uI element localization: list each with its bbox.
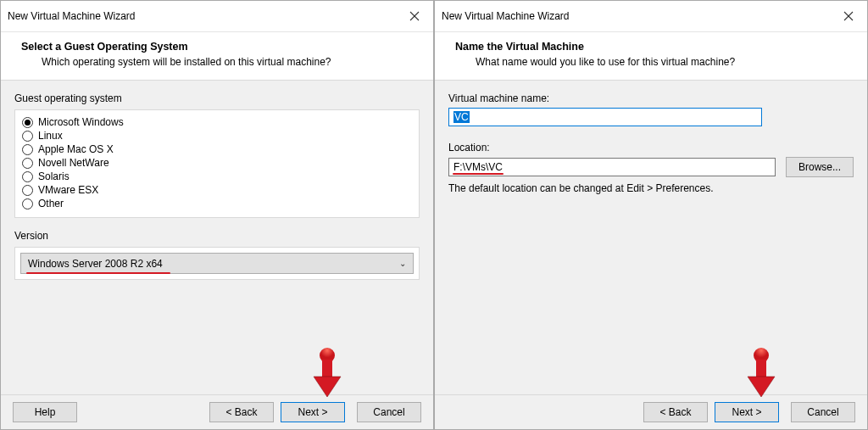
content-area: Virtual machine name: VC Location: F:\VM… — [435, 81, 867, 394]
step-title: Name the Virtual Machine — [455, 41, 850, 53]
step-title: Select a Guest Operating System — [21, 41, 416, 53]
content-area: Guest operating system Microsoft Windows… — [1, 81, 433, 394]
location-value: F:\VMs\VC — [453, 161, 503, 173]
next-button[interactable]: Next > — [281, 402, 345, 422]
radio-netware[interactable]: Novell NetWare — [22, 156, 412, 170]
back-button[interactable]: < Back — [643, 402, 708, 422]
radio-macosx[interactable]: Apple Mac OS X — [22, 142, 412, 156]
browse-button[interactable]: Browse... — [786, 157, 854, 177]
radio-label: Other — [38, 198, 64, 209]
radio-label: Linux — [38, 130, 63, 142]
close-icon — [409, 11, 420, 21]
vm-name-input[interactable]: VC — [448, 108, 762, 126]
version-label: Version — [14, 230, 420, 242]
cancel-button[interactable]: Cancel — [357, 402, 421, 422]
radio-label: Solaris — [38, 170, 70, 182]
wizard-right: New Virtual Machine Wizard Name the Virt… — [434, 0, 868, 430]
next-button[interactable]: Next > — [715, 402, 779, 422]
window-title: New Virtual Machine Wizard — [442, 10, 570, 22]
radio-label: Novell NetWare — [38, 157, 109, 169]
radio-icon — [22, 131, 33, 142]
footer: Help < Back Next > Cancel — [1, 394, 433, 429]
step-subtitle: Which operating system will be installed… — [21, 56, 416, 68]
radio-icon — [22, 144, 33, 155]
radio-windows[interactable]: Microsoft Windows — [22, 115, 412, 129]
close-button[interactable] — [401, 6, 428, 26]
step-header: Name the Virtual Machine What name would… — [435, 32, 867, 81]
close-icon — [843, 11, 854, 21]
radio-icon — [22, 185, 33, 196]
radio-label: Apple Mac OS X — [38, 143, 114, 155]
step-header: Select a Guest Operating System Which op… — [1, 32, 433, 81]
version-selected: Windows Server 2008 R2 x64 — [28, 258, 163, 270]
version-select[interactable]: Windows Server 2008 R2 x64 ⌄ — [20, 253, 414, 274]
radio-icon — [22, 171, 33, 182]
titlebar: New Virtual Machine Wizard — [1, 1, 433, 32]
radio-icon — [22, 158, 33, 169]
radio-linux[interactable]: Linux — [22, 129, 412, 142]
cancel-button[interactable]: Cancel — [791, 402, 855, 422]
window-title: New Virtual Machine Wizard — [8, 10, 136, 22]
location-note: The default location can be changed at E… — [448, 182, 854, 194]
radio-other[interactable]: Other — [22, 197, 412, 210]
version-box: Windows Server 2008 R2 x64 ⌄ — [14, 247, 420, 280]
radio-esx[interactable]: VMware ESX — [22, 183, 412, 197]
step-subtitle: What name would you like to use for this… — [455, 56, 850, 68]
footer: < Back Next > Cancel — [435, 394, 867, 429]
back-button[interactable]: < Back — [209, 402, 274, 422]
vm-name-label: Virtual machine name: — [448, 92, 854, 104]
titlebar: New Virtual Machine Wizard — [435, 1, 867, 32]
radio-label: Microsoft Windows — [38, 116, 124, 128]
radio-icon — [22, 117, 33, 128]
location-label: Location: — [448, 142, 854, 154]
os-radio-group: Microsoft Windows Linux Apple Mac OS X N… — [14, 109, 420, 218]
os-section-label: Guest operating system — [14, 92, 420, 104]
vm-name-value: VC — [453, 111, 470, 123]
radio-solaris[interactable]: Solaris — [22, 170, 412, 183]
location-input[interactable]: F:\VMs\VC — [448, 158, 776, 176]
annotation-underline — [453, 173, 504, 175]
help-button[interactable]: Help — [13, 402, 77, 422]
radio-icon — [22, 198, 33, 209]
chevron-down-icon: ⌄ — [399, 259, 406, 268]
annotation-underline — [26, 272, 170, 274]
wizard-left: New Virtual Machine Wizard Select a Gues… — [0, 0, 434, 430]
close-button[interactable] — [835, 6, 862, 26]
radio-label: VMware ESX — [38, 184, 98, 196]
